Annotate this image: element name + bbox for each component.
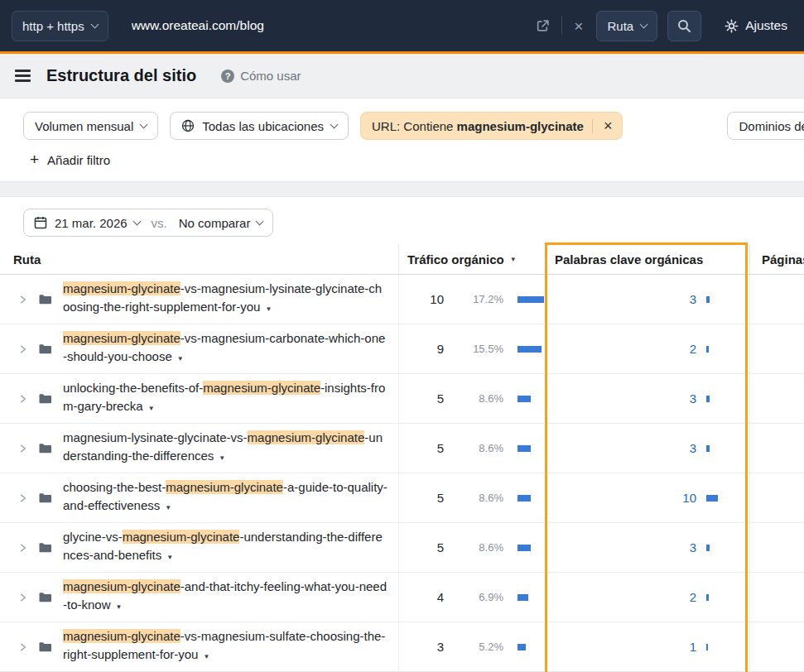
- keywords-value[interactable]: 3: [690, 540, 696, 554]
- path-dropdown-icon[interactable]: ▼: [148, 405, 155, 412]
- referring-domains-dropdown[interactable]: Dominios de referencia: [727, 112, 804, 140]
- folder-icon: [38, 294, 52, 305]
- pages-cell: [749, 523, 804, 572]
- remove-filter-button[interactable]: ×: [601, 118, 615, 133]
- column-header-keywords[interactable]: Palabras clave orgánicas: [546, 244, 749, 274]
- pages-cell: [749, 573, 804, 622]
- compare-dropdown[interactable]: No comparar: [179, 216, 263, 230]
- url-input[interactable]: [130, 17, 527, 34]
- column-header-pages[interactable]: Páginas: [749, 244, 804, 274]
- add-filter-button[interactable]: + Añadir filtro: [25, 152, 115, 168]
- keywords-value[interactable]: 1: [690, 640, 696, 654]
- compare-label: No comparar: [179, 216, 251, 230]
- expand-chevron-icon[interactable]: [18, 443, 28, 454]
- traffic-cell: 3 5.2%: [398, 622, 546, 671]
- path-cell: glycine-vs-magnesium-glycinate-understan…: [0, 523, 398, 572]
- url-filter-chip[interactable]: URL: Contiene magnesium-glycinate ×: [360, 112, 623, 140]
- table-row[interactable]: magnesium-glycinate-vs-magnesium-sulfate…: [0, 622, 804, 672]
- keywords-bar: [706, 644, 708, 650]
- expand-chevron-icon[interactable]: [18, 592, 28, 603]
- traffic-cell: 5 8.6%: [398, 473, 546, 522]
- expand-chevron-icon[interactable]: [18, 641, 28, 653]
- keywords-value[interactable]: 3: [690, 391, 696, 406]
- referring-domains-label: Dominios de referencia: [739, 119, 804, 133]
- topbar: http + https × Ruta Ajustes: [0, 0, 804, 51]
- path-text: unlocking-the-benefits-of-magnesium-glyc…: [63, 379, 388, 418]
- volume-dropdown[interactable]: Volumen mensual: [23, 112, 158, 140]
- pages-cell: [749, 374, 804, 423]
- pages-cell: [749, 324, 804, 373]
- traffic-cell: 4 6.9%: [398, 573, 546, 622]
- url-filter-term: magnesium-glycinate: [457, 119, 584, 133]
- expand-chevron-icon[interactable]: [18, 343, 28, 355]
- keywords-bar: [706, 445, 710, 452]
- menu-icon[interactable]: [13, 66, 32, 84]
- traffic-bar: [518, 296, 544, 303]
- keywords-bar: [706, 495, 718, 502]
- chevron-down-icon: [330, 120, 339, 128]
- date-dropdown[interactable]: 21 mar. 2026: [55, 216, 140, 230]
- traffic-bar: [518, 545, 531, 551]
- path-cell: magnesium-glycinate-vs-magnesium-lysinat…: [0, 275, 398, 324]
- pages-cell: [749, 622, 804, 671]
- search-icon: [677, 19, 691, 33]
- table-row[interactable]: magnesium-lysinate-glycinate-vs-magnesiu…: [0, 424, 804, 473]
- keywords-bar: [706, 594, 709, 601]
- settings-button[interactable]: Ajustes: [720, 17, 792, 34]
- path-dropdown-icon[interactable]: ▼: [177, 355, 184, 362]
- keywords-value[interactable]: 10: [682, 491, 696, 505]
- path-dropdown-icon[interactable]: ▼: [203, 653, 209, 660]
- table-row[interactable]: magnesium-glycinate-and-that-itchy-feeli…: [0, 573, 804, 622]
- keywords-value[interactable]: 2: [690, 342, 696, 356]
- traffic-share: 8.6%: [444, 442, 503, 454]
- table-row[interactable]: unlocking-the-benefits-of-magnesium-glyc…: [0, 374, 804, 424]
- chevron-down-icon: [90, 20, 99, 28]
- expand-chevron-icon[interactable]: [18, 294, 28, 305]
- traffic-bar: [518, 594, 528, 601]
- mode-label: Ruta: [607, 19, 633, 33]
- keywords-value[interactable]: 2: [690, 590, 696, 604]
- keywords-value[interactable]: 3: [690, 292, 696, 306]
- path-dropdown-icon[interactable]: ▼: [166, 554, 173, 561]
- protocol-dropdown[interactable]: http + https: [12, 11, 108, 41]
- traffic-cell: 10 17.2%: [398, 275, 546, 324]
- path-cell: magnesium-lysinate-glycinate-vs-magnesiu…: [0, 424, 398, 473]
- keywords-cell: 2: [546, 573, 749, 622]
- pages-cell: [749, 424, 804, 473]
- traffic-bar: [518, 396, 531, 402]
- expand-chevron-icon[interactable]: [18, 393, 28, 405]
- mode-dropdown[interactable]: Ruta: [596, 11, 657, 41]
- question-icon: ?: [221, 70, 234, 83]
- how-to-use-link[interactable]: ? Cómo usar: [216, 68, 306, 84]
- table-row[interactable]: glycine-vs-magnesium-glycinate-understan…: [0, 523, 804, 573]
- path-dropdown-icon[interactable]: ▼: [165, 504, 171, 511]
- expand-chevron-icon[interactable]: [18, 492, 28, 504]
- table-row[interactable]: magnesium-glycinate-vs-magnesium-carbona…: [0, 324, 804, 374]
- keywords-cell: 10: [546, 473, 749, 522]
- how-to-use-label: Cómo usar: [240, 69, 301, 83]
- table-row[interactable]: choosing-the-best-magnesium-glycinate-a-…: [0, 473, 804, 523]
- url-actions: ×: [534, 17, 585, 36]
- clear-url-button[interactable]: ×: [572, 17, 585, 36]
- column-header-path[interactable]: Ruta: [0, 244, 398, 274]
- table-row[interactable]: magnesium-glycinate-vs-magnesium-lysinat…: [0, 275, 804, 324]
- path-text: magnesium-glycinate-vs-magnesium-lysinat…: [63, 280, 388, 319]
- path-dropdown-icon[interactable]: ▼: [116, 603, 123, 611]
- expand-chevron-icon[interactable]: [18, 542, 28, 554]
- folder-icon: [38, 592, 52, 603]
- column-header-traffic[interactable]: Tráfico orgánico ▼: [398, 244, 546, 274]
- traffic-share: 8.6%: [444, 392, 503, 405]
- search-button[interactable]: [667, 11, 701, 41]
- vs-label: vs.: [152, 216, 167, 230]
- traffic-cell: 5 8.6%: [398, 374, 546, 423]
- path-dropdown-icon[interactable]: ▼: [265, 305, 272, 313]
- path-dropdown-icon[interactable]: ▼: [219, 454, 225, 462]
- folder-icon: [38, 641, 52, 653]
- keywords-value[interactable]: 3: [690, 441, 696, 455]
- close-icon: ×: [574, 18, 583, 34]
- settings-label: Ajustes: [745, 18, 787, 33]
- keywords-bar: [706, 545, 710, 551]
- keywords-cell: 1: [546, 622, 749, 671]
- locations-dropdown[interactable]: Todas las ubicaciones: [170, 112, 349, 140]
- open-external-button[interactable]: [534, 17, 551, 35]
